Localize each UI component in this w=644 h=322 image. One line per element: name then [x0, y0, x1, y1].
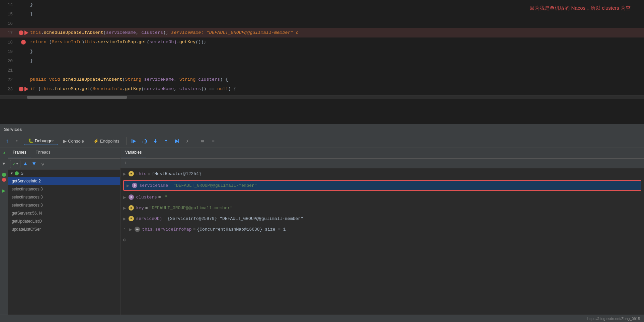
endpoints-icon: ⚡: [93, 139, 99, 144]
var-row-this[interactable]: ▶ ≡ this = {HostReactor@12254}: [120, 168, 644, 179]
svg-marker-6: [175, 139, 178, 143]
this-value: {HostReactor@12254}: [152, 171, 201, 176]
expand-servicename-btn[interactable]: ▶: [127, 183, 129, 188]
key-name: key: [136, 206, 144, 211]
eyeglasses-row[interactable]: ⊙: [120, 235, 644, 245]
code-line-21: 21: [0, 66, 644, 75]
variables-sub-tabs: Variables: [120, 148, 644, 159]
expand-key-btn[interactable]: ▶: [123, 205, 126, 211]
code-line-22: 22 public void scheduleUpdateIfAbsent(St…: [0, 75, 644, 84]
debug-area: ↺ ▼ ▶ Frames Threads ✓ ▼: [0, 148, 644, 315]
dropdown-arrow: ▼: [16, 162, 18, 166]
expand-clusters-btn[interactable]: ▶: [123, 194, 126, 200]
tab-variables[interactable]: Variables: [120, 148, 146, 158]
expand-serviceinfomap-btn[interactable]: ▶: [129, 227, 132, 232]
step-into-btn[interactable]: [151, 137, 160, 146]
code-scrollbar[interactable]: [0, 95, 644, 99]
status-bar: https://blog.csdn.net/Zong_0915: [0, 315, 644, 322]
frame-item-5[interactable]: getUpdatedListO: [8, 217, 120, 225]
code-line-19: 19 }: [0, 47, 644, 56]
code-editor: 因为我是单机版的 Nacos，所以 clusters 为空 14 } 15 } …: [0, 0, 644, 124]
check-icon: ✓: [12, 161, 15, 167]
var-row-serviceobj[interactable]: ▶ ≡ serviceObj = {ServiceInfo@25979} "DE…: [120, 213, 644, 224]
nav-chevron-icon[interactable]: »: [12, 137, 21, 146]
svg-marker-0: [133, 139, 136, 143]
settings-btn[interactable]: ⊞: [198, 137, 207, 146]
console-icon: ▶: [63, 139, 67, 144]
frame-down-btn[interactable]: ▼: [30, 160, 38, 168]
frame-up-btn[interactable]: ▲: [22, 160, 29, 168]
left-icon-column: ↺ ▼ ▶: [0, 148, 8, 315]
tab-frames[interactable]: Frames: [8, 148, 31, 158]
step-out-btn[interactable]: [161, 137, 171, 146]
key-value: "DEFAULT_GROUP@@gulimall-member": [149, 206, 233, 211]
expand-this-btn[interactable]: ▶: [123, 171, 126, 177]
separator-1: [126, 137, 127, 145]
frame-item-1[interactable]: selectInstances:3: [8, 185, 120, 193]
bug-icon: 🐛: [28, 138, 33, 143]
tab-debugger[interactable]: 🐛 Debugger: [24, 137, 58, 145]
add-watch-btn[interactable]: +: [123, 160, 129, 167]
eyeglasses-icon: ⊙: [123, 237, 127, 243]
tab-threads[interactable]: Threads: [31, 148, 55, 158]
debug-toolbar: ↑ » 🐛 Debugger ▶ Console ⚡ Endpoints ⚡ ⊞…: [0, 135, 644, 148]
key-icon: ≡: [129, 205, 134, 211]
sub-tabs: Frames Threads: [8, 148, 120, 159]
run-to-cursor-btn[interactable]: [172, 137, 181, 146]
tab-console[interactable]: ▶ Console: [59, 137, 88, 145]
nav-up-icon[interactable]: ↑: [3, 137, 12, 146]
variables-action-toolbar: +: [120, 159, 644, 168]
svg-rect-1: [132, 139, 132, 143]
evaluate-btn[interactable]: ⚡: [183, 137, 192, 146]
this-icon: ≡: [129, 171, 134, 176]
var-row-key[interactable]: ▶ ≡ key = "DEFAULT_GROUP@@gulimall-membe…: [120, 203, 644, 213]
resume-btn[interactable]: [129, 137, 139, 146]
var-row-servicename[interactable]: ▶ p serviceName = "DEFAULT_GROUP@@gulima…: [123, 180, 641, 191]
collapse-icon[interactable]: ▼: [1, 160, 7, 167]
serviceinfomap-side-icon: ▫: [123, 227, 128, 232]
servicename-name: serviceName: [139, 183, 168, 188]
svg-marker-5: [165, 139, 167, 141]
clusters-icon: p: [129, 194, 134, 200]
serviceinfomap-icon: ∞: [135, 227, 140, 232]
svg-marker-4: [154, 141, 157, 143]
thread-indicator: ▼ S: [8, 170, 120, 177]
restart-icon[interactable]: ↺: [1, 149, 7, 156]
frame-item-0[interactable]: getServiceInfo:2: [8, 177, 120, 185]
clusters-value: "": [162, 195, 168, 200]
filter-btn[interactable]: ▽: [39, 160, 47, 168]
play-icon[interactable]: ▶: [1, 187, 7, 194]
thread-collapse-arrow[interactable]: ▼: [11, 172, 13, 175]
var-row-clusters[interactable]: ▶ p clusters = "": [120, 192, 644, 203]
svg-rect-7: [178, 139, 179, 143]
serviceobj-icon: ≡: [129, 216, 134, 221]
expand-serviceobj-btn[interactable]: ▶: [123, 216, 126, 222]
step-over-btn[interactable]: [140, 137, 149, 146]
thread-status-dot: [15, 171, 19, 175]
code-line-16: 16: [0, 19, 644, 28]
serviceinfomap-value: {ConcurrentHashMap@16638} size = 1: [197, 227, 286, 232]
frame-item-6[interactable]: updateListOfSer: [8, 225, 120, 233]
frame-item-3[interactable]: selectInstances:3: [8, 201, 120, 209]
code-line-15: 15 }: [0, 9, 644, 19]
tab-endpoints[interactable]: ⚡ Endpoints: [89, 137, 124, 145]
this-equals: =: [148, 171, 151, 176]
thread-dropdown[interactable]: ✓ ▼: [10, 160, 20, 168]
url-label: https://blog.csdn.net/Zong_0915: [587, 317, 640, 321]
code-line-20: 20 }: [0, 56, 644, 66]
code-line-23: 23 if (this.futureMap.get(ServiceInfo.ge…: [0, 84, 644, 94]
servicename-value: "DEFAULT_GROUP@@gulimall-member": [173, 183, 257, 188]
frame-item-4[interactable]: getServers:56, N: [8, 209, 120, 217]
svg-rect-3: [143, 141, 143, 143]
serviceobj-name: serviceObj: [136, 216, 162, 221]
var-row-serviceinfomap[interactable]: ▫ ▶ ∞ this.serviceInfoMap = {ConcurrentH…: [120, 224, 644, 235]
code-scrollbar-thumb[interactable]: [27, 96, 127, 99]
frame-item-2[interactable]: selectInstances:3: [8, 193, 120, 201]
more-btn[interactable]: ≡: [209, 137, 218, 146]
clusters-name: clusters: [136, 195, 157, 200]
thread-name-s: S: [21, 171, 23, 176]
separator-2: [195, 137, 195, 145]
variables-panel: ▶ ≡ this = {HostReactor@12254} ▶ p servi…: [120, 168, 644, 315]
frame-action-toolbar: ✓ ▼ ▲ ▼ ▽: [8, 159, 120, 170]
code-line-18: 18 return (ServiceInfo)this.serviceInfoM…: [0, 37, 644, 47]
